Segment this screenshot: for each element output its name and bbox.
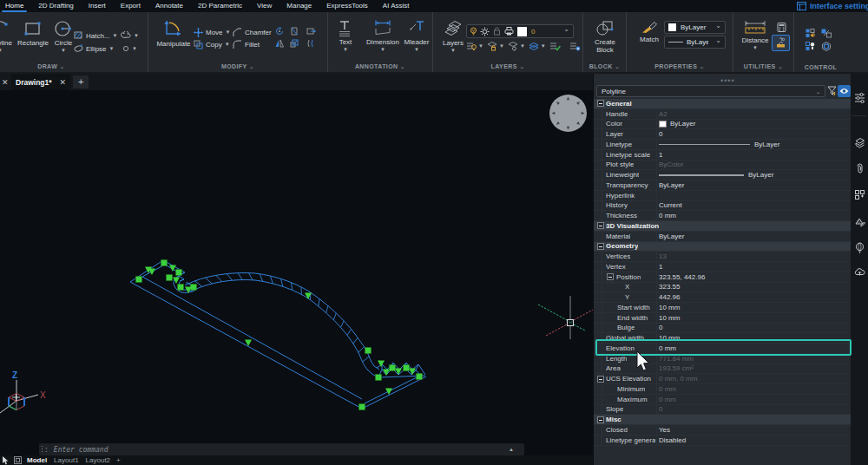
section-label-utilities[interactable]: UTILITIES ⌄ — [733, 63, 793, 70]
distance-button[interactable]: Distance ▼ — [737, 20, 773, 50]
prop-value[interactable]: 10 mm — [659, 314, 850, 322]
offset-icon[interactable] — [306, 39, 315, 48]
chamfer-button[interactable]: Chamfer — [233, 28, 272, 37]
prop-row-start-width[interactable]: Start width10 mm — [594, 303, 852, 313]
prop-row-color[interactable]: ColorByLayer — [594, 120, 852, 130]
layers-button[interactable]: Layers ▼ — [439, 20, 467, 53]
match-properties-button[interactable]: Match — [635, 21, 663, 43]
prop-value[interactable]: Current — [659, 201, 850, 209]
prop-row-y[interactable]: Y442.96 — [594, 292, 852, 303]
layer-new-icon[interactable] — [569, 42, 581, 51]
prop-value[interactable]: 1 — [659, 263, 850, 271]
prop-row-layer[interactable]: Layer0 — [594, 129, 852, 140]
chevron-down-icon[interactable]: ▼ — [499, 44, 504, 49]
calculator-icon[interactable] — [777, 23, 786, 32]
hatch-panel-icon[interactable] — [854, 216, 865, 227]
prop-row-handle[interactable]: HandleA2 — [594, 109, 852, 120]
prop-value[interactable]: Yes — [659, 426, 850, 434]
rectangle-button[interactable]: Rectangle — [12, 20, 54, 47]
chevron-down-icon[interactable]: ▼ — [520, 44, 525, 49]
prop-row-vertex[interactable]: Vertex1 — [594, 262, 852, 272]
filter-icon[interactable] — [827, 85, 837, 97]
create-block-button[interactable]: CreateBlock — [589, 19, 621, 54]
prop-value[interactable]: 0 — [659, 130, 850, 138]
cloud-panel-icon[interactable] — [854, 266, 865, 278]
move-button[interactable]: Move ▼ — [194, 28, 231, 37]
isolate-objects-icon[interactable] — [821, 42, 832, 51]
prop-row-end-width[interactable]: End width10 mm — [594, 313, 852, 324]
prop-value[interactable]: 323.55, 442.96 — [659, 273, 850, 281]
prop-value[interactable]: 13 — [659, 252, 850, 260]
fillet-button[interactable]: Fillet — [233, 40, 260, 49]
prop-row-hyperlink[interactable]: Hyperlink — [594, 191, 852, 201]
prop-value[interactable]: ByLayer — [659, 171, 850, 179]
prop-row-minimum[interactable]: Minimum0 mm — [594, 384, 852, 395]
lights-panel-icon[interactable] — [854, 242, 865, 253]
menu-2d-parametric[interactable]: 2D Parametric — [197, 0, 243, 12]
prop-value[interactable]: Disabled — [659, 436, 850, 444]
prop-value[interactable]: ByColor — [659, 160, 850, 168]
id-point-button[interactable] — [772, 35, 790, 51]
prop-value[interactable]: 0 mm — [659, 212, 850, 219]
menu-view[interactable]: View — [256, 0, 273, 12]
prop-row-linetype-generation[interactable]: Linetype generationDisabled — [594, 436, 852, 446]
menu-insert[interactable]: Insert — [88, 0, 107, 12]
revision-cloud-button[interactable]: ▼ — [121, 31, 139, 40]
tab-model[interactable]: Model — [27, 456, 47, 464]
tab-drawing1[interactable]: Drawing1* ✕ — [11, 74, 70, 90]
drawing-canvas[interactable]: Z X : Enter command ▲ — [0, 90, 593, 455]
circle-button[interactable]: Circle ▼ — [50, 20, 76, 53]
blocks-panel-icon[interactable] — [854, 189, 865, 200]
selection-type-dropdown[interactable]: Polyline ⌄ — [596, 85, 825, 97]
collapse-icon[interactable] — [597, 222, 604, 229]
prop-row-lineweight[interactable]: LineweightByLayer — [594, 170, 852, 180]
linetype-combo[interactable]: ByLayer ⌄ — [664, 36, 726, 49]
tab-layout2[interactable]: Layout2 — [86, 456, 110, 464]
prop-row-history[interactable]: HistoryCurrent — [594, 201, 852, 212]
dimension-button[interactable]: Dimension ▼ — [360, 20, 405, 52]
collapse-icon[interactable] — [597, 376, 604, 383]
erase-icon[interactable] — [290, 27, 299, 36]
interface-setting-button[interactable]: Interface setting — [797, 0, 868, 12]
collapse-icon[interactable] — [607, 273, 614, 280]
layer-state-combo[interactable]: 0 ⌄ — [466, 24, 574, 38]
prop-value[interactable]: 442.96 — [659, 293, 850, 301]
layer-off-tool-icon[interactable] — [466, 42, 477, 51]
collapse-icon[interactable] — [597, 416, 604, 423]
scale-icon[interactable] — [290, 39, 299, 48]
section-label-modify[interactable]: MODIFY ⌄ — [148, 63, 327, 70]
prop-value[interactable]: ByLayer — [659, 141, 850, 148]
prop-row-transparency[interactable]: TransparencyByLayer — [594, 180, 852, 191]
prop-row-material[interactable]: MaterialByLayer — [594, 232, 852, 242]
ellipse-button[interactable]: Ellipse ▼ — [74, 44, 115, 53]
section-label-draw[interactable]: DRAW ⌄ — [0, 63, 148, 70]
prop-row-ucs-elevation[interactable]: UCS Elevation0 mm, 0 mm — [594, 374, 852, 384]
grid-icon[interactable] — [14, 456, 22, 464]
copy-button[interactable]: Copy ▼ — [194, 40, 230, 49]
new-tab-button[interactable]: + — [73, 75, 89, 88]
prop-value[interactable]: ByLayer — [659, 120, 850, 128]
point-button[interactable]: ▼ — [122, 45, 137, 52]
menu-annotate[interactable]: Annotate — [155, 0, 184, 12]
command-grip[interactable] — [42, 446, 43, 454]
layers-panel-icon[interactable] — [854, 137, 865, 148]
mleader-button[interactable]: Mleader ▼ — [401, 20, 432, 52]
layer-states-icon[interactable] — [549, 42, 561, 51]
prop-value[interactable]: 0 mm, 0 mm — [659, 375, 850, 383]
panel-grip[interactable]: •••• — [720, 79, 735, 82]
prop-row-position[interactable]: Position323.55, 442.96 — [594, 272, 852, 283]
attachment-panel-icon[interactable] — [854, 163, 865, 174]
layer-isolate-tool-icon[interactable] — [508, 42, 518, 51]
section-label-layers[interactable]: LAYERS ⌄ — [433, 63, 582, 70]
prop-value[interactable]: 0 mm — [659, 385, 850, 393]
chevron-down-icon[interactable]: ▼ — [541, 44, 546, 49]
section-misc[interactable]: Misc — [594, 415, 852, 425]
prop-row-slope[interactable]: Slope0 — [594, 405, 852, 416]
properties-panel-icon[interactable] — [854, 92, 865, 103]
section-label-annotation[interactable]: ANNOTATION ⌄ — [328, 63, 432, 70]
command-line[interactable]: : Enter command ▲ — [39, 443, 524, 455]
hatch-button[interactable]: Hatch... ▼ — [74, 31, 118, 40]
toggle-value-display-button[interactable] — [838, 85, 851, 97]
prop-row-vertices[interactable]: Vertices13 — [594, 252, 852, 262]
section-geometry[interactable]: Geometry — [594, 242, 852, 252]
